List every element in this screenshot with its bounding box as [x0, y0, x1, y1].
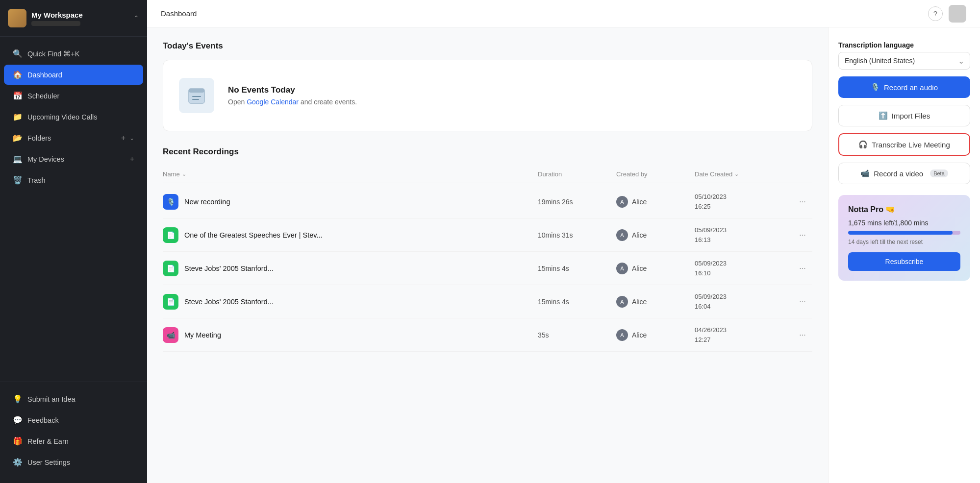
gift-icon: 🎁	[13, 436, 22, 446]
workspace-name: My Workspace	[31, 11, 128, 19]
sidebar-item-label: Scheduler	[27, 92, 134, 100]
idea-icon: 💡	[13, 394, 22, 404]
recording-duration: 15mins 4s	[538, 265, 616, 272]
right-panel: Transcription language English (United S…	[828, 27, 980, 483]
workspace-chevron-icon[interactable]: ⌃	[133, 14, 139, 22]
sidebar-item-label: My Devices	[27, 155, 124, 163]
workspace-avatar	[8, 9, 26, 27]
notta-pro-title: Notta Pro 🤜	[848, 205, 960, 214]
search-icon: 🔍	[13, 49, 22, 58]
col-date-created[interactable]: Date Created ⌄	[695, 170, 793, 178]
col-duration: Duration	[538, 170, 616, 178]
sidebar-item-submit-idea[interactable]: 💡 Submit an Idea	[4, 389, 143, 409]
sidebar-item-refer-earn[interactable]: 🎁 Refer & Earn	[4, 431, 143, 451]
recording-name[interactable]: 🎙️ New recording	[163, 194, 538, 210]
recording-icon: 📹	[163, 327, 178, 343]
recordings-title: Recent Recordings	[163, 147, 812, 157]
sidebar-nav: 🔍 Quick Find ⌘+K 🏠 Dashboard 📅 Scheduler…	[0, 37, 147, 378]
notta-pro-mins: 1,675 mins left/1,800 mins	[848, 219, 960, 227]
device-icon: 💻	[13, 154, 22, 164]
sidebar-item-label: Feedback	[27, 416, 134, 424]
user-avatar[interactable]	[949, 5, 966, 23]
recording-icon: 🎙️	[163, 194, 178, 210]
recording-icon: 📄	[163, 227, 178, 243]
sidebar-item-dashboard[interactable]: 🏠 Dashboard	[4, 65, 143, 85]
more-options-button[interactable]: ···	[793, 197, 812, 206]
sidebar-item-quick-find[interactable]: 🔍 Quick Find ⌘+K	[4, 44, 143, 64]
upload-icon: ⬆️	[879, 111, 888, 120]
resubscribe-button[interactable]: Resubscribe	[848, 252, 960, 271]
transcribe-live-label: Transcribe Live Meeting	[872, 141, 950, 149]
folder-icon: 📂	[13, 133, 22, 143]
sidebar-item-label: Submit an Idea	[27, 395, 134, 403]
table-row: 📄 One of the Greatest Speeches Ever | St…	[163, 218, 812, 252]
sidebar-item-feedback[interactable]: 💬 Feedback	[4, 410, 143, 430]
import-files-button[interactable]: ⬆️ Import Files	[838, 105, 970, 126]
sidebar-item-scheduler[interactable]: 📅 Scheduler	[4, 86, 143, 106]
recording-name[interactable]: 📹 My Meeting	[163, 327, 538, 343]
workspace-header[interactable]: My Workspace ⌃	[0, 0, 147, 37]
sidebar-item-label: Refer & Earn	[27, 437, 134, 445]
transcription-lang-select[interactable]: English (United States) English (UK) Spa…	[838, 52, 970, 70]
recording-date: 05/09/2023 16:04	[695, 292, 793, 311]
video-icon: 📁	[13, 112, 22, 121]
folder-add-icon[interactable]: +	[121, 134, 126, 143]
trash-icon: 🗑️	[13, 175, 22, 185]
recording-date: 04/26/2023 12:27	[695, 325, 793, 344]
sidebar-item-upcoming-video[interactable]: 📁 Upcoming Video Calls	[4, 107, 143, 127]
more-options-button[interactable]: ···	[793, 231, 812, 240]
help-icon: ?	[933, 10, 937, 18]
sidebar-item-folders[interactable]: 📂 Folders + ⌄	[4, 128, 143, 148]
device-add-icon[interactable]: +	[130, 155, 134, 164]
sidebar-item-label: User Settings	[27, 459, 134, 466]
sidebar-item-my-devices[interactable]: 💻 My Devices +	[4, 149, 143, 169]
sidebar-item-label: Quick Find ⌘+K	[27, 50, 134, 58]
recording-name[interactable]: 📄 Steve Jobs' 2005 Stanford...	[163, 261, 538, 276]
col-name[interactable]: Name ⌄	[163, 170, 538, 178]
folder-chevron-icon[interactable]: ⌄	[129, 135, 134, 142]
sidebar-item-user-settings[interactable]: ⚙️ User Settings	[4, 452, 143, 472]
home-icon: 🏠	[13, 70, 22, 79]
events-card: No Events Today Open Google Calendar and…	[163, 60, 812, 131]
events-text: No Events Today Open Google Calendar and…	[228, 85, 357, 106]
recording-date: 05/09/2023 16:13	[695, 225, 793, 244]
page-title: Dashboard	[161, 9, 197, 18]
sort-icon: ⌄	[182, 171, 186, 177]
record-video-button[interactable]: 📹 Record a video Beta	[838, 163, 970, 184]
recording-name[interactable]: 📄 Steve Jobs' 2005 Stanford...	[163, 294, 538, 310]
more-options-button[interactable]: ···	[793, 297, 812, 306]
recording-created-by: A Alice	[616, 229, 695, 241]
sidebar-item-trash[interactable]: 🗑️ Trash	[4, 170, 143, 190]
google-calendar-link[interactable]: Google Calendar	[247, 98, 299, 106]
col-created-by: Created by	[616, 170, 695, 178]
lang-select-wrapper: English (United States) English (UK) Spa…	[838, 52, 970, 70]
main-panel: Today's Events No Events Today Open Goog…	[147, 27, 828, 483]
main-content: Dashboard ? Today's Events	[147, 0, 980, 483]
recording-duration: 10mins 31s	[538, 231, 616, 239]
feedback-icon: 💬	[13, 415, 22, 425]
sidebar-item-label: Trash	[27, 176, 134, 184]
record-audio-button[interactable]: 🎙️ Record an audio	[838, 76, 970, 98]
recording-duration: 19mins 26s	[538, 198, 616, 206]
recording-icon: 📄	[163, 294, 178, 310]
more-options-button[interactable]: ···	[793, 331, 812, 339]
help-button[interactable]: ?	[928, 6, 943, 21]
recording-name[interactable]: 📄 One of the Greatest Speeches Ever | St…	[163, 227, 538, 243]
progress-bar-fill	[848, 231, 953, 235]
events-section-title: Today's Events	[163, 41, 812, 51]
live-icon: 🎧	[858, 140, 868, 149]
sidebar-item-label: Upcoming Video Calls	[27, 113, 134, 121]
sidebar-item-label: Folders	[27, 134, 115, 142]
top-bar-actions: ?	[928, 5, 966, 23]
notta-pro-card: Notta Pro 🤜 1,675 mins left/1,800 mins 1…	[838, 195, 970, 281]
import-files-label: Import Files	[892, 112, 930, 120]
calendar-icon: 📅	[13, 91, 22, 100]
avatar: A	[616, 263, 628, 274]
table-row: 📄 Steve Jobs' 2005 Stanford... 15mins 4s…	[163, 252, 812, 285]
sidebar-bottom: 💡 Submit an Idea 💬 Feedback 🎁 Refer & Ea…	[0, 386, 147, 475]
events-illustration	[179, 78, 214, 113]
recordings-table-header: Name ⌄ Duration Created by Date Created …	[163, 166, 812, 183]
transcribe-live-button[interactable]: 🎧 Transcribe Live Meeting	[838, 133, 970, 156]
avatar: A	[616, 229, 628, 241]
more-options-button[interactable]: ···	[793, 264, 812, 273]
